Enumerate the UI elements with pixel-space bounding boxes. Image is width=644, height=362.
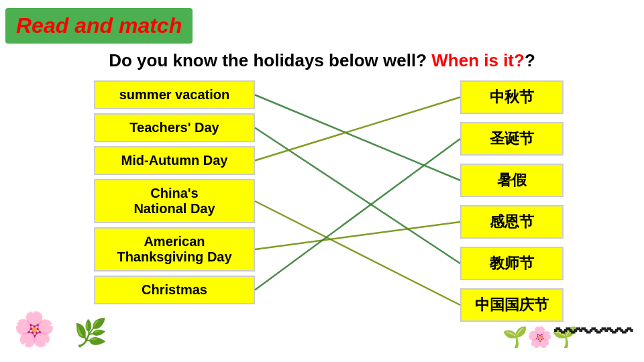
right-item-r6: 中国国庆节 bbox=[460, 288, 564, 322]
svg-line-2 bbox=[255, 97, 460, 161]
subtitle-highlight: When is it? bbox=[431, 50, 525, 70]
decoration-flower: 🌸 bbox=[13, 310, 55, 349]
subtitle: Do you know the holidays below well? Whe… bbox=[0, 50, 644, 71]
svg-line-1 bbox=[255, 128, 460, 264]
right-item-r4: 感恩节 bbox=[460, 205, 564, 239]
right-item-r2: 圣诞节 bbox=[460, 122, 564, 156]
left-item-ma: Mid-Autumn Day bbox=[94, 146, 255, 175]
decoration-squiggle: 〰〰〰 bbox=[554, 317, 631, 349]
left-item-td: Teachers' Day bbox=[94, 113, 255, 142]
right-item-r5: 教师节 bbox=[460, 247, 564, 280]
decoration-plant-left: 🌿 bbox=[74, 317, 107, 349]
svg-line-0 bbox=[255, 95, 460, 181]
right-column: 中秋节圣诞节暑假感恩节教师节中国国庆节 bbox=[460, 80, 564, 322]
subtitle-text: Do you know the holidays below well? bbox=[109, 50, 427, 70]
svg-line-5 bbox=[255, 139, 460, 290]
title-box: Read and match bbox=[5, 8, 193, 44]
title-text: Read and match bbox=[16, 13, 182, 38]
right-item-r1: 中秋节 bbox=[460, 80, 564, 114]
left-item-at: AmericanThanksgiving Day bbox=[94, 227, 255, 272]
right-item-r3: 暑假 bbox=[460, 164, 564, 197]
svg-line-4 bbox=[255, 222, 460, 249]
left-item-sv: summer vacation bbox=[94, 80, 255, 109]
svg-line-3 bbox=[255, 201, 460, 305]
left-item-xm: Christmas bbox=[94, 276, 255, 304]
left-column: summer vacationTeachers' DayMid-Autumn D… bbox=[94, 80, 255, 304]
left-item-cn: China'sNational Day bbox=[94, 179, 255, 223]
